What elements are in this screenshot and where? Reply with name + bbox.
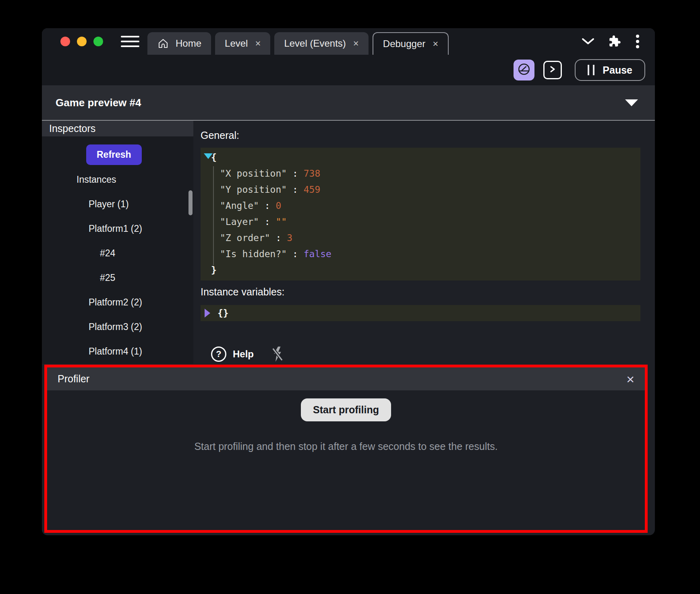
inspector-tree-item[interactable]: Instances: [42, 167, 193, 192]
titlebar-actions: [582, 34, 655, 49]
dropdown-caret-icon[interactable]: [625, 99, 638, 106]
pause-button[interactable]: Pause: [575, 59, 645, 81]
tab-label: Level (Events): [284, 38, 346, 49]
game-preview-label: Game preview #4: [56, 97, 141, 109]
tree-close-brace: }: [201, 262, 640, 278]
property-separator: :: [259, 200, 276, 211]
titlebar: Home Level × Level (Events) × Debugger ×: [42, 28, 655, 55]
inspector-tree-item-label: Player (1): [89, 199, 129, 210]
sidebar-scrollbar-thumb[interactable]: [188, 190, 193, 215]
inspector-tree-item[interactable]: Platform1 (2): [42, 217, 193, 241]
property-value: 459: [304, 184, 321, 195]
tab-label: Level: [225, 38, 248, 49]
zoom-button[interactable]: [93, 37, 103, 46]
kebab-menu-icon[interactable]: [636, 34, 640, 49]
property-key: "Angle": [220, 200, 259, 211]
tab-close-icon[interactable]: ×: [255, 38, 261, 49]
inspector-tree-item-label: #25: [100, 272, 115, 283]
tab-close-icon[interactable]: ×: [433, 38, 438, 50]
inspector-tree-item[interactable]: #25: [42, 266, 193, 290]
property-value: false: [304, 249, 331, 259]
desktop-background: Home Level × Level (Events) × Debugger ×: [0, 0, 700, 594]
inspector-tree-item[interactable]: #24: [42, 241, 193, 266]
general-section-label: General:: [201, 130, 655, 141]
console-button[interactable]: [543, 61, 562, 79]
flash-off-icon[interactable]: [271, 346, 284, 362]
help-icon[interactable]: ?: [211, 346, 226, 362]
sidebar-header: Inspectors: [42, 121, 193, 136]
profiler-hint-text: Start profiling and then stop it after a…: [194, 441, 497, 452]
inspector-tree-item-label: Platform3 (2): [89, 322, 142, 332]
profiler-header: Profiler ×: [47, 367, 645, 390]
help-link[interactable]: Help: [233, 349, 254, 360]
profiler-body: Start profiling Start profiling and then…: [47, 390, 645, 452]
inspectors-sidebar: Inspectors Refresh InstancesPlayer (1)Pl…: [42, 121, 193, 364]
app-window: Home Level × Level (Events) × Debugger ×: [42, 28, 655, 535]
close-icon[interactable]: ×: [626, 372, 634, 386]
tree-property-row: "X position" : 738: [201, 165, 640, 182]
property-value: "": [275, 217, 287, 227]
profiler-gauge-icon: [517, 62, 531, 78]
chevron-down-icon[interactable]: [582, 38, 594, 45]
tree-open-brace: {: [201, 149, 640, 165]
tab-home[interactable]: Home: [147, 32, 211, 55]
tree-property-row: "Layer" : "": [201, 214, 640, 230]
property-separator: :: [259, 217, 276, 227]
debugger-content: Inspectors Refresh InstancesPlayer (1)Pl…: [42, 121, 655, 364]
tab-level-events[interactable]: Level (Events) ×: [274, 32, 368, 55]
tab-debugger[interactable]: Debugger ×: [373, 32, 449, 55]
help-row: ? Help: [201, 346, 655, 362]
inspector-tree-item[interactable]: Platform2 (2): [42, 290, 193, 315]
tab-close-icon[interactable]: ×: [353, 38, 359, 49]
inspector-tree-item[interactable]: Platform3 (2): [42, 315, 193, 339]
inspector-tree-item-label: Instances: [77, 174, 116, 185]
close-button[interactable]: [60, 37, 70, 46]
general-json-tree: {"X position" : 738"Y position" : 459"An…: [201, 148, 640, 280]
inspector-tree-item-label: #24: [100, 248, 115, 259]
profiler-panel: Profiler × Start profiling Start profili…: [44, 365, 648, 533]
tab-label: Home: [176, 38, 201, 49]
property-key: "Is hidden?": [220, 249, 287, 259]
minimize-button[interactable]: [77, 37, 87, 46]
property-key: "Layer": [220, 217, 259, 227]
profiler-title: Profiler: [58, 373, 89, 385]
property-separator: :: [287, 184, 304, 195]
refresh-button[interactable]: Refresh: [86, 144, 142, 165]
tree-property-row: "Z order" : 3: [201, 230, 640, 246]
start-profiling-button[interactable]: Start profiling: [301, 398, 391, 421]
inspector-tree: InstancesPlayer (1)Platform1 (2)#24#25Pl…: [42, 167, 193, 364]
tree-property-row: "Is hidden?" : false: [201, 246, 640, 262]
instance-variables-tree: {}: [201, 305, 640, 321]
property-separator: :: [287, 168, 304, 179]
tab-bar: Home Level × Level (Events) × Debugger ×: [147, 32, 449, 55]
inspector-panel: General: {"X position" : 738"Y position"…: [193, 121, 655, 364]
property-key: "X position": [220, 168, 287, 179]
sidebar-body: Refresh InstancesPlayer (1)Platform1 (2)…: [42, 136, 193, 364]
traffic-lights: [42, 37, 121, 46]
property-value: 3: [287, 233, 292, 243]
tree-property-row: "Angle" : 0: [201, 198, 640, 214]
property-separator: :: [270, 233, 287, 243]
inspector-tree-item-label: Platform4 (1): [89, 346, 142, 357]
extensions-icon[interactable]: [609, 35, 621, 47]
inspector-tree-item[interactable]: Player (1): [42, 192, 193, 217]
home-icon: [157, 37, 169, 50]
inspector-tree-item[interactable]: Platform4 (1): [42, 339, 193, 364]
property-separator: :: [287, 249, 304, 259]
hamburger-menu-icon[interactable]: [121, 36, 139, 47]
inspector-tree-item-label: Platform2 (2): [89, 297, 142, 308]
game-preview-selector[interactable]: Game preview #4: [42, 85, 655, 121]
instance-variables-label: Instance variables:: [201, 286, 655, 298]
console-icon: [549, 66, 556, 74]
profiler-toggle-button[interactable]: [514, 60, 534, 80]
tree-property-row: "Y position" : 459: [201, 182, 640, 198]
tab-level[interactable]: Level ×: [215, 32, 270, 55]
property-value: 0: [275, 200, 281, 211]
pause-button-label: Pause: [603, 64, 632, 76]
pause-icon: [588, 65, 594, 75]
property-key: "Y position": [220, 184, 287, 195]
tree-guide-line: [213, 166, 214, 265]
collapsed-arrow-icon[interactable]: [205, 309, 210, 318]
expanded-arrow-icon[interactable]: [204, 153, 213, 159]
debugger-toolbar: Pause: [42, 55, 655, 85]
